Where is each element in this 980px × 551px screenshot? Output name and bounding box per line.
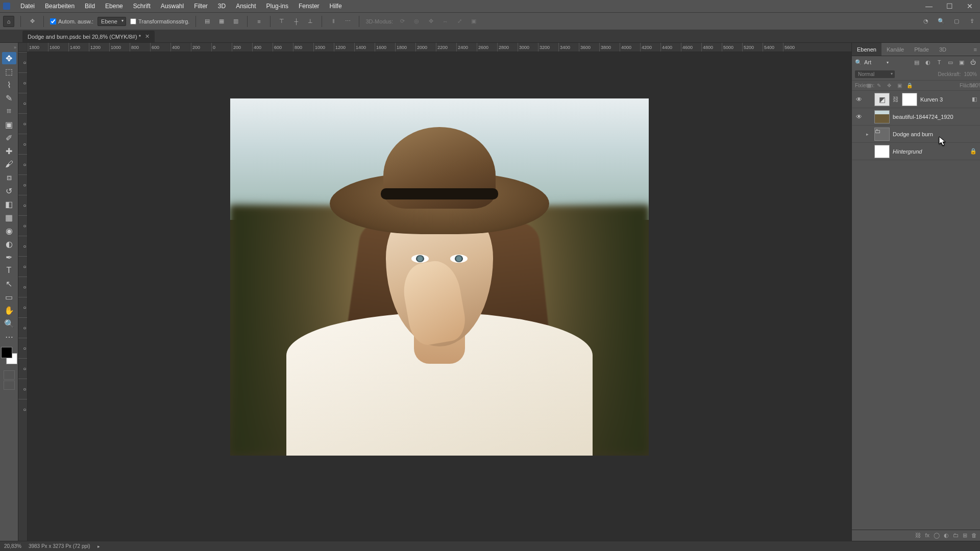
- marquee-tool[interactable]: ⬚: [2, 65, 16, 78]
- document-tab[interactable]: Dodge and burn.psdc bei 20,8% (CMYK/8#) …: [22, 31, 155, 42]
- edit-toolbar-icon[interactable]: ⋯: [2, 331, 16, 343]
- lock-all-icon[interactable]: 🔒: [906, 83, 913, 88]
- tab-ebenen[interactable]: Ebenen: [852, 43, 881, 56]
- vertical-ruler[interactable]: 000000000000000000: [18, 52, 28, 541]
- panel-menu-icon[interactable]: ≡: [971, 46, 980, 53]
- layer-mask-icon[interactable]: ◯: [934, 532, 940, 539]
- layer-style-icon[interactable]: fx: [925, 532, 929, 539]
- filter-smart-icon[interactable]: ▣: [958, 58, 966, 66]
- history-brush-tool[interactable]: ↺: [2, 185, 16, 197]
- layer-name[interactable]: Dodge and burn: [893, 131, 977, 137]
- clone-stamp-tool[interactable]: ⧈: [2, 171, 16, 184]
- transform-controls-checkbox[interactable]: Transformationsstrg.: [130, 18, 189, 24]
- smart-object-thumb[interactable]: [874, 110, 890, 123]
- layer-row[interactable]: 👁 ◩ ⛓ Kurven 3 ◧: [852, 91, 980, 108]
- share-icon[interactable]: ⇪: [967, 16, 977, 27]
- workspace-icon[interactable]: ▢: [951, 16, 962, 27]
- tab-kanaele[interactable]: Kanäle: [881, 43, 909, 56]
- align-vcenter-icon[interactable]: ┼: [291, 16, 301, 27]
- layer-row[interactable]: Hintergrund 🔒: [852, 143, 980, 160]
- menu-fenster[interactable]: Fenster: [293, 3, 325, 10]
- lock-position-icon[interactable]: ✎: [875, 83, 883, 88]
- maximize-icon[interactable]: ☐: [939, 2, 960, 10]
- dodge-tool[interactable]: ◐: [2, 238, 16, 250]
- align-bottom-icon[interactable]: ⊥: [305, 16, 315, 27]
- align-right-icon[interactable]: ▥: [231, 16, 241, 27]
- menu-3d[interactable]: 3D: [213, 3, 231, 10]
- zoom-tool[interactable]: 🔍: [2, 317, 16, 330]
- eyedropper-tool[interactable]: ✐: [2, 132, 16, 144]
- search-app-icon[interactable]: 🔍: [936, 16, 946, 27]
- opacity-value[interactable]: 100%: [964, 71, 977, 77]
- move-tool[interactable]: ✥: [2, 52, 16, 64]
- blend-mode-dropdown[interactable]: Normal: [855, 70, 895, 78]
- link-layers-icon[interactable]: ⛓: [915, 532, 921, 539]
- lock-move-icon[interactable]: ✥: [886, 83, 893, 88]
- standard-mode-icon[interactable]: [4, 370, 15, 380]
- healing-brush-tool[interactable]: ✚: [2, 145, 16, 157]
- layer-row[interactable]: 👁 beautiful-1844724_1920: [852, 108, 980, 126]
- adjustment-layer-icon[interactable]: ◐: [944, 532, 949, 539]
- delete-layer-icon[interactable]: 🗑: [971, 532, 977, 539]
- transform-controls-input[interactable]: [130, 18, 136, 24]
- dropdown-icon[interactable]: ▾: [887, 60, 889, 65]
- more-options-icon[interactable]: ⋯: [342, 16, 353, 27]
- brush-tool[interactable]: 🖌: [2, 158, 16, 170]
- group-folder-icon[interactable]: 🗀: [874, 128, 890, 141]
- menu-bild[interactable]: Bild: [80, 3, 100, 10]
- eraser-tool[interactable]: ◧: [2, 198, 16, 210]
- visibility-toggle[interactable]: 👁: [855, 96, 863, 103]
- path-select-tool[interactable]: ↖: [2, 278, 16, 290]
- rectangle-tool[interactable]: ▭: [2, 291, 16, 303]
- layer-mask-thumb[interactable]: [902, 93, 917, 106]
- tab-3d[interactable]: 3D: [934, 43, 951, 56]
- frame-tool[interactable]: ▣: [2, 118, 16, 131]
- menu-plugins[interactable]: Plug-ins: [261, 3, 293, 10]
- auto-select-input[interactable]: [50, 18, 56, 24]
- new-layer-icon[interactable]: ⊞: [963, 532, 967, 539]
- toolbar-expand-icon[interactable]: »: [14, 45, 18, 50]
- distribute-icon[interactable]: ≡: [254, 16, 264, 27]
- horizontal-ruler[interactable]: 1800160014001200100080060040020002004006…: [18, 43, 851, 52]
- layer-kind-filter[interactable]: [864, 59, 885, 65]
- canvas-viewport[interactable]: [28, 52, 851, 541]
- layer-row[interactable]: ▸ 🗀 Dodge and burn: [852, 126, 980, 143]
- filter-adjust-icon[interactable]: ◐: [924, 58, 932, 66]
- filter-pixel-icon[interactable]: ▤: [913, 58, 921, 66]
- menu-auswahl[interactable]: Auswahl: [156, 3, 189, 10]
- auto-select-target-dropdown[interactable]: Ebene: [97, 17, 126, 26]
- color-swatches[interactable]: [1, 347, 17, 364]
- home-button[interactable]: ⌂: [3, 16, 14, 27]
- visibility-toggle[interactable]: 👁: [855, 113, 863, 120]
- blur-tool[interactable]: ◉: [2, 224, 16, 237]
- align-center-icon[interactable]: ▦: [216, 16, 227, 27]
- adjustment-thumb-icon[interactable]: ◩: [874, 93, 890, 106]
- filter-shape-icon[interactable]: ▭: [946, 58, 954, 66]
- lock-artboard-icon[interactable]: ▣: [896, 83, 903, 88]
- hand-tool[interactable]: ✋: [2, 304, 16, 316]
- minimize-icon[interactable]: —: [919, 2, 939, 10]
- layer-thumb[interactable]: [874, 145, 890, 158]
- auto-select-checkbox[interactable]: Autom. ausw.:: [50, 18, 93, 24]
- group-expand-icon[interactable]: ▸: [866, 132, 871, 137]
- type-tool[interactable]: T: [2, 264, 16, 277]
- crop-tool[interactable]: ⌗: [2, 105, 16, 117]
- distribute-v-icon[interactable]: ⫴: [328, 16, 338, 27]
- lock-icon[interactable]: 🔒: [970, 148, 977, 155]
- status-more-icon[interactable]: ▸: [97, 544, 100, 549]
- pen-tool[interactable]: ✒: [2, 251, 16, 263]
- quickmask-mode-icon[interactable]: [4, 381, 15, 390]
- layer-name[interactable]: Kurven 3: [920, 96, 969, 103]
- menu-bearbeiten[interactable]: Bearbeiten: [40, 3, 80, 10]
- menu-ansicht[interactable]: Ansicht: [231, 3, 261, 10]
- mask-link-icon[interactable]: ⛓: [893, 96, 899, 103]
- lock-pixels-icon[interactable]: ▦: [865, 83, 872, 88]
- new-group-icon[interactable]: 🗀: [953, 532, 959, 539]
- close-icon[interactable]: ✕: [960, 2, 980, 10]
- menu-schrift[interactable]: Schrift: [128, 3, 156, 10]
- tab-pfade[interactable]: Pfade: [909, 43, 934, 56]
- quick-select-tool[interactable]: ✎: [2, 92, 16, 104]
- filter-type-icon[interactable]: T: [935, 58, 943, 66]
- foreground-color-swatch[interactable]: [1, 347, 12, 358]
- menu-hilfe[interactable]: Hilfe: [325, 3, 347, 10]
